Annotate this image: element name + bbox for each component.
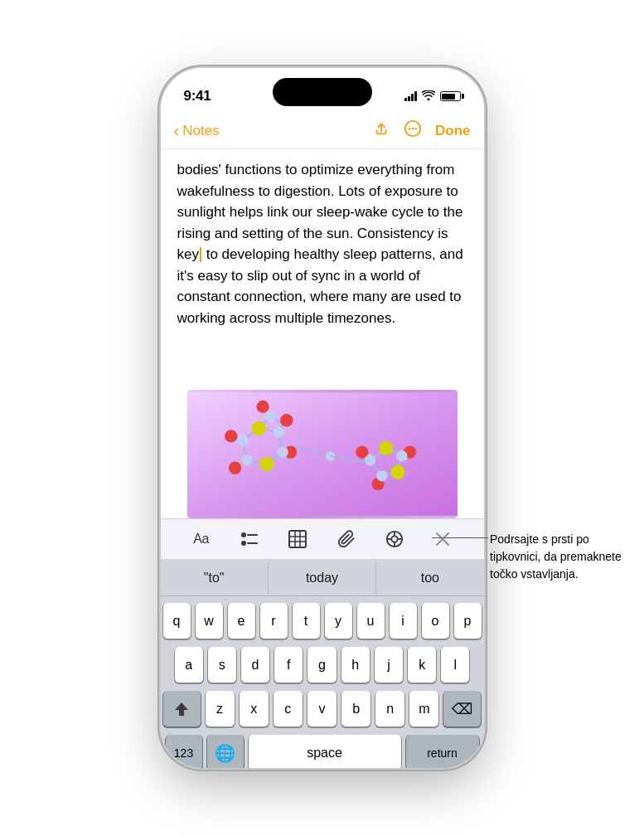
- note-body: bodies' functions to optimize everything…: [177, 159, 467, 328]
- callout-line: [432, 537, 488, 538]
- key-t[interactable]: t: [293, 603, 320, 639]
- key-b[interactable]: b: [341, 691, 370, 727]
- autocorrect-bar: "to" today too: [161, 560, 484, 596]
- close-toolbar-icon[interactable]: [428, 524, 458, 554]
- key-l[interactable]: l: [441, 647, 469, 683]
- key-shift[interactable]: [163, 691, 201, 727]
- svg-point-18: [280, 414, 293, 426]
- key-emoji[interactable]: 🌐: [207, 735, 244, 768]
- status-time: 9:41: [184, 88, 211, 104]
- key-delete[interactable]: ⌫: [443, 691, 481, 727]
- signal-bars-icon: [404, 91, 417, 101]
- format-toolbar: Aa: [161, 518, 484, 560]
- key-h[interactable]: h: [341, 647, 370, 683]
- key-z[interactable]: z: [206, 691, 235, 727]
- svg-point-1: [409, 128, 411, 130]
- nav-bar: ‹ Notes Done: [161, 113, 484, 149]
- svg-point-38: [396, 450, 407, 461]
- phone-frame: 9:41 ‹ No: [161, 68, 484, 768]
- key-n[interactable]: n: [375, 691, 404, 727]
- svg-point-22: [237, 435, 248, 445]
- autocorrect-item-2[interactable]: too: [376, 562, 483, 594]
- svg-point-19: [256, 401, 269, 413]
- back-label: Notes: [182, 123, 219, 139]
- back-chevron-icon: ‹: [174, 121, 180, 140]
- key-space[interactable]: space: [249, 735, 401, 768]
- svg-point-39: [376, 470, 387, 481]
- table-icon[interactable]: [283, 524, 312, 554]
- key-q[interactable]: q: [163, 603, 191, 639]
- key-o[interactable]: o: [422, 603, 449, 639]
- svg-point-23: [273, 426, 283, 437]
- key-y[interactable]: y: [325, 603, 352, 639]
- svg-point-21: [259, 457, 274, 471]
- callout-text: Podrsajte s prsti po tipkovnici, da prem…: [490, 532, 622, 581]
- svg-point-20: [251, 421, 265, 435]
- key-row-2: a s d f g h j k l: [163, 647, 482, 683]
- svg-point-43: [241, 532, 246, 537]
- svg-point-24: [277, 446, 288, 457]
- key-j[interactable]: j: [375, 647, 403, 683]
- list-icon[interactable]: [235, 524, 264, 554]
- key-w[interactable]: w: [196, 603, 223, 639]
- done-button[interactable]: Done: [435, 123, 471, 139]
- key-v[interactable]: v: [307, 691, 337, 727]
- key-d[interactable]: d: [241, 647, 269, 683]
- key-row-3: z x c v b n m ⌫: [163, 691, 482, 727]
- svg-point-2: [412, 128, 414, 130]
- autocorrect-item-0[interactable]: "to": [161, 562, 269, 594]
- autocorrect-item-1[interactable]: today: [269, 562, 376, 594]
- svg-point-35: [379, 441, 393, 455]
- key-123[interactable]: 123: [166, 735, 202, 768]
- text-format-button[interactable]: Aa: [186, 524, 216, 554]
- key-row-1: q w e r t y u i o p: [163, 603, 482, 639]
- battery-icon: [440, 91, 461, 101]
- note-image: [187, 390, 458, 518]
- key-u[interactable]: u: [357, 603, 385, 639]
- svg-point-37: [364, 454, 375, 465]
- markup-icon[interactable]: [380, 524, 409, 554]
- key-s[interactable]: s: [208, 647, 236, 683]
- key-x[interactable]: x: [240, 691, 269, 727]
- share-icon[interactable]: [372, 119, 390, 142]
- note-content[interactable]: bodies' functions to optimize everything…: [161, 149, 484, 390]
- key-return[interactable]: return: [406, 735, 479, 768]
- key-e[interactable]: e: [228, 603, 255, 639]
- svg-point-36: [390, 464, 404, 479]
- svg-point-15: [225, 430, 237, 442]
- key-i[interactable]: i: [390, 603, 417, 639]
- status-bar: 9:41: [161, 68, 484, 113]
- key-m[interactable]: m: [409, 691, 438, 727]
- svg-point-26: [264, 411, 275, 421]
- keyboard: q w e r t y u i o p a s d f g h j k l: [161, 596, 484, 768]
- dynamic-island: [273, 78, 372, 106]
- attachment-icon[interactable]: [332, 524, 361, 554]
- svg-point-25: [241, 454, 252, 465]
- callout: Podrsajte s prsti po tipkovnici, da prem…: [490, 531, 631, 583]
- key-k[interactable]: k: [408, 647, 436, 683]
- back-button[interactable]: ‹ Notes: [174, 122, 220, 140]
- key-f[interactable]: f: [274, 647, 303, 683]
- svg-point-44: [241, 541, 246, 546]
- key-a[interactable]: a: [175, 647, 203, 683]
- key-c[interactable]: c: [274, 691, 303, 727]
- key-g[interactable]: g: [307, 647, 336, 683]
- key-r[interactable]: r: [260, 603, 288, 639]
- svg-rect-47: [289, 531, 306, 547]
- svg-point-53: [391, 536, 397, 542]
- svg-point-3: [414, 128, 417, 130]
- nav-actions: Done: [372, 119, 471, 142]
- key-row-4: 123 🌐 space return: [163, 735, 482, 768]
- more-icon[interactable]: [404, 119, 422, 142]
- status-icons: [404, 90, 461, 103]
- wifi-icon: [422, 90, 435, 103]
- key-p[interactable]: p: [454, 603, 482, 639]
- svg-point-16: [228, 462, 240, 474]
